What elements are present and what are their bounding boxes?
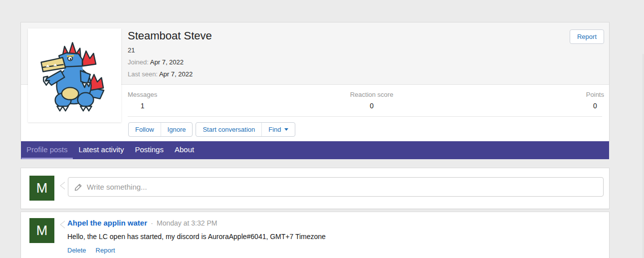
stat-value[interactable]: 1 [128, 102, 157, 110]
profile-username: Steamboat Steve [128, 29, 212, 43]
joined-value: Apr 7, 2022 [150, 58, 184, 66]
post-actions: Delete Report [67, 247, 115, 254]
profile-card: Steamboat Steve 21 Joined: Apr 7, 2022 L… [21, 22, 609, 141]
report-button[interactable]: Report [570, 29, 604, 44]
tab-about[interactable]: About [169, 141, 200, 159]
stat-label: Messages [128, 91, 157, 99]
message-arrow [60, 182, 65, 190]
delete-link[interactable]: Delete [67, 247, 86, 254]
profile-post-card: M Ahpel the applin water · Monday at 3:3… [21, 212, 609, 258]
profile-stats: Messages 1 Reaction score 0 Points 0 [128, 91, 604, 110]
profile-age: 21 [128, 46, 212, 54]
dot-separator: · [151, 219, 153, 227]
profile-tab-bar: Profile posts Latest activity Postings A… [21, 141, 609, 159]
stat-label: Points [586, 91, 604, 99]
post-author-link[interactable]: Ahpel the applin water [67, 219, 147, 227]
pencil-icon [74, 183, 82, 191]
divider [128, 116, 602, 117]
composer-input-box[interactable] [68, 177, 604, 197]
profile-last-seen: Last seen: Apr 7, 2022 [128, 70, 212, 78]
composer-avatar[interactable]: M [29, 176, 54, 201]
tab-latest-activity[interactable]: Latest activity [73, 141, 130, 159]
stat-reaction-score: Reaction score 0 [350, 91, 394, 110]
stat-messages: Messages 1 [128, 91, 157, 110]
profile-avatar[interactable] [28, 28, 121, 122]
composer-card: M [21, 168, 609, 209]
profile-info: Steamboat Steve 21 Joined: Apr 7, 2022 L… [128, 29, 212, 78]
profile-actions: Follow Ignore Start conversation Find [128, 122, 295, 137]
joined-label: Joined: [128, 58, 149, 66]
write-something-input[interactable] [87, 183, 597, 191]
follow-button[interactable]: Follow [129, 123, 161, 136]
stat-points: Points 0 [586, 91, 604, 110]
last-seen-value: Apr 7, 2022 [159, 70, 193, 78]
report-link[interactable]: Report [96, 247, 115, 254]
message-arrow [60, 221, 65, 229]
post-body-text: Hello, the LC open has started, my disco… [67, 232, 326, 241]
conversation-find-group: Start conversation Find [196, 122, 295, 137]
ignore-button[interactable]: Ignore [161, 123, 193, 136]
profile-joined: Joined: Apr 7, 2022 [128, 58, 212, 66]
stat-label: Reaction score [350, 91, 394, 99]
last-seen-label: Last seen: [128, 70, 158, 78]
start-conversation-button[interactable]: Start conversation [196, 123, 261, 136]
pokemon-avatar-image [37, 38, 112, 113]
follow-ignore-group: Follow Ignore [128, 122, 193, 137]
post-author-avatar[interactable]: M [29, 218, 54, 243]
post-header: Ahpel the applin water · Monday at 3:32 … [67, 219, 217, 228]
forum-profile-page: Steamboat Steve 21 Joined: Apr 7, 2022 L… [0, 0, 644, 258]
chevron-down-icon [284, 128, 288, 131]
stat-value: 0 [350, 102, 394, 110]
find-menu-button[interactable]: Find [261, 123, 294, 136]
tab-postings[interactable]: Postings [129, 141, 169, 159]
tab-profile-posts[interactable]: Profile posts [21, 141, 73, 159]
stat-value: 0 [586, 102, 604, 110]
post-timestamp[interactable]: Monday at 3:32 PM [157, 219, 217, 227]
find-label: Find [268, 123, 281, 136]
